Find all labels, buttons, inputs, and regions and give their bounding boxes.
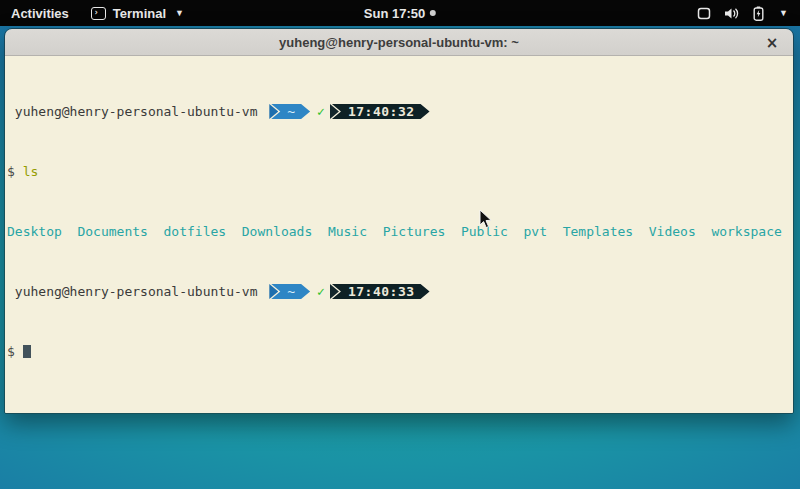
- status-check-icon: ✓: [317, 284, 325, 299]
- command-line-1: $ ls: [7, 164, 791, 179]
- prompt-line-2: yuheng@henry-personal-ubuntu-vm ~ ✓ 17:4…: [7, 284, 791, 299]
- close-button[interactable]: ×: [761, 29, 783, 56]
- command-text: ls: [23, 164, 39, 179]
- prompt-time-segment: 17:40:32: [332, 104, 430, 119]
- top-bar: Activities › Terminal ▼ Sun 17:50: [0, 0, 800, 26]
- terminal-app-icon: ›: [91, 7, 106, 20]
- prompt-time-segment: 17:40:33: [332, 284, 430, 299]
- command-line-current[interactable]: $: [7, 344, 791, 359]
- terminal-window: yuheng@henry-personal-ubuntu-vm: ~ × yuh…: [4, 28, 794, 414]
- ls-output-line: DesktopDocumentsdotfilesDownloadsMusicPi…: [7, 224, 791, 239]
- status-check-icon: ✓: [317, 104, 325, 119]
- notification-dot: [430, 10, 436, 16]
- prompt-symbol: $: [7, 344, 15, 359]
- directory-item: Videos: [649, 224, 696, 239]
- window-title: yuheng@henry-personal-ubuntu-vm: ~: [279, 35, 519, 50]
- prompt-line-1: yuheng@henry-personal-ubuntu-vm ~ ✓ 17:4…: [7, 104, 791, 119]
- chevron-down-icon: ▼: [175, 8, 184, 18]
- app-menu-label: Terminal: [113, 6, 166, 21]
- window-titlebar[interactable]: yuheng@henry-personal-ubuntu-vm: ~ ×: [5, 29, 793, 56]
- desktop: Activities › Terminal ▼ Sun 17:50: [0, 0, 800, 489]
- system-menu-caret-icon: ▼: [779, 8, 788, 18]
- directory-item: Desktop: [7, 224, 62, 239]
- prompt-user-host: yuheng@henry-personal-ubuntu-vm: [7, 284, 265, 299]
- volume-icon: [724, 7, 740, 20]
- directory-item: Pictures: [383, 224, 446, 239]
- directory-item: Downloads: [242, 224, 312, 239]
- activities-button[interactable]: Activities: [0, 0, 80, 26]
- system-tray[interactable]: ▼: [689, 0, 796, 26]
- app-menu-terminal[interactable]: › Terminal ▼: [80, 0, 195, 26]
- directory-item: Templates: [563, 224, 633, 239]
- mouse-pointer-icon: [479, 209, 493, 230]
- directory-item: dotfiles: [164, 224, 227, 239]
- screen-indicator-icon: [697, 7, 711, 20]
- battery-charging-icon: [753, 6, 764, 21]
- clock-button[interactable]: Sun 17:50: [354, 0, 446, 26]
- directory-item: pvt: [524, 224, 547, 239]
- terminal-content[interactable]: yuheng@henry-personal-ubuntu-vm ~ ✓ 17:4…: [5, 56, 793, 413]
- prompt-symbol: $: [7, 164, 15, 179]
- directory-item: workspace: [711, 224, 781, 239]
- directory-item: Music: [328, 224, 367, 239]
- directory-item: Documents: [77, 224, 147, 239]
- prompt-user-host: yuheng@henry-personal-ubuntu-vm: [7, 104, 265, 119]
- clock-label: Sun 17:50: [364, 6, 425, 21]
- terminal-cursor: [23, 345, 31, 358]
